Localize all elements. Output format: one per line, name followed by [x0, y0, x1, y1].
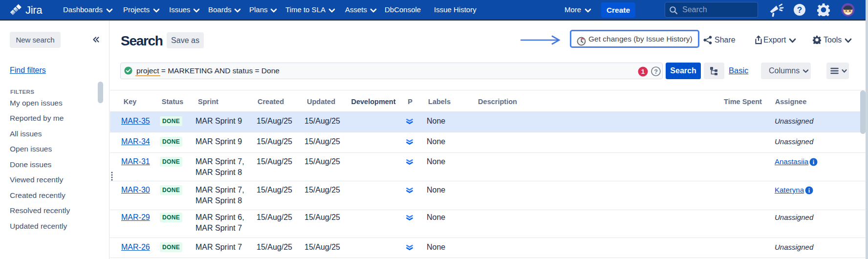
svg-text:Jira: Jira: [25, 4, 43, 16]
svg-text:1: 1: [641, 68, 645, 75]
svg-text:?: ?: [654, 68, 658, 75]
svg-text:?: ?: [797, 5, 802, 15]
